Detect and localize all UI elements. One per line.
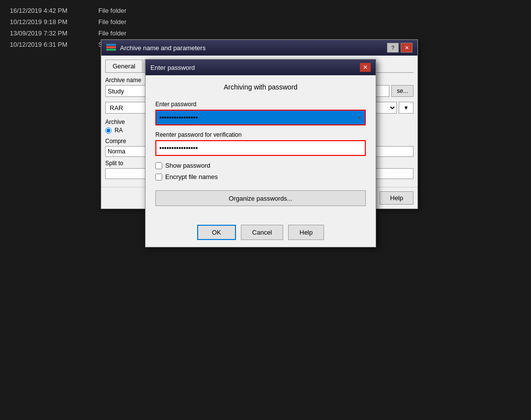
reenter-password-label: Reenter password for verification xyxy=(155,131,366,138)
enter-password-label: Enter password xyxy=(155,101,366,108)
password-dialog-header: Archiving with password xyxy=(155,83,366,91)
tab-general[interactable]: General xyxy=(105,60,143,72)
password-dialog-titlebar: Enter password ✕ xyxy=(146,60,376,75)
password-dialog-title-text: Enter password xyxy=(150,64,360,71)
password-ok-button[interactable]: OK xyxy=(197,225,236,240)
password-dialog-footer: OK Cancel Help xyxy=(146,220,376,247)
archive-dialog-title-buttons: ? ✕ xyxy=(387,43,413,53)
file-row-3: 13/09/2019 7:32 PM File folder xyxy=(10,28,521,39)
encrypt-names-label: Encrypt file names xyxy=(165,173,218,180)
show-password-row: Show password xyxy=(155,162,366,169)
show-password-label: Show password xyxy=(165,162,210,169)
encrypt-names-row: Encrypt file names xyxy=(155,173,366,180)
organize-passwords-button[interactable]: Organize passwords... xyxy=(155,190,366,206)
radio-rar-label: RA xyxy=(115,127,123,134)
password-dialog: Enter password ✕ Archiving with password… xyxy=(145,59,376,247)
archive-help-button[interactable]: Help xyxy=(380,191,413,205)
format-dropdown-btn[interactable]: ▼ xyxy=(399,102,413,114)
password-dialog-close-button[interactable]: ✕ xyxy=(360,63,371,72)
encrypt-names-checkbox[interactable] xyxy=(155,174,162,180)
password-help-button[interactable]: Help xyxy=(288,225,324,240)
file-row-1: 16/12/2019 4:42 PM File folder xyxy=(10,5,521,16)
password-cancel-button[interactable]: Cancel xyxy=(241,225,283,240)
password-dropdown-icon[interactable]: ▼ xyxy=(354,115,365,120)
archive-dialog-help-button[interactable]: ? xyxy=(387,43,399,53)
reenter-password-input[interactable] xyxy=(156,141,365,155)
archive-dialog-close-button[interactable]: ✕ xyxy=(401,43,413,53)
archive-dialog-titlebar: Archive name and parameters ? ✕ xyxy=(101,40,417,56)
password-dialog-body: Archiving with password Enter password ▼… xyxy=(146,75,376,220)
show-password-checkbox[interactable] xyxy=(155,162,162,169)
enter-password-input[interactable] xyxy=(156,111,354,124)
rar-icon xyxy=(106,43,116,53)
enter-password-wrapper: ▼ xyxy=(155,110,366,125)
radio-rar[interactable] xyxy=(105,127,112,134)
browse-button[interactable]: se... xyxy=(391,85,413,97)
reenter-password-wrapper xyxy=(155,140,366,156)
file-row-2: 10/12/2019 9:18 PM File folder xyxy=(10,16,521,28)
archive-dialog-title-text: Archive name and parameters xyxy=(120,44,383,52)
